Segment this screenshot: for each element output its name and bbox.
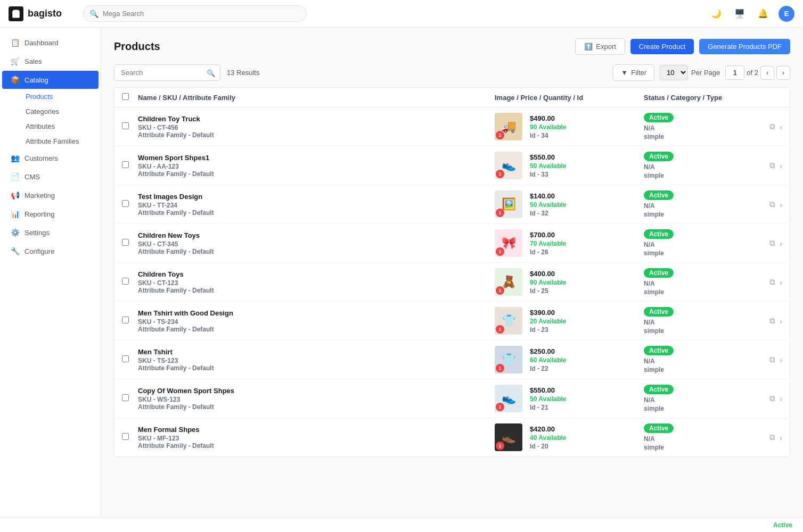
sidebar-item-sales[interactable]: 🛒 Sales: [2, 52, 99, 70]
product-price-8: $420.00 40 Available Id - 20: [530, 425, 566, 450]
row-checkbox-6[interactable]: [122, 355, 129, 362]
product-family-1: Attribute Family - Default: [138, 170, 495, 178]
status-cat-6: N/A: [644, 358, 750, 365]
sidebar-sub-item-products[interactable]: Products: [19, 89, 99, 104]
generate-pdf-button[interactable]: Generate Products PDF: [699, 39, 790, 54]
row-actions-2: ⧉ ›: [750, 200, 782, 209]
product-status-cell-3: Active N/A simple: [644, 229, 750, 257]
product-sku-1: SKU - AA-123: [138, 163, 495, 170]
copy-icon-2[interactable]: ⧉: [769, 200, 775, 209]
search-box: 🔍: [114, 64, 220, 81]
copy-icon-8[interactable]: ⧉: [769, 433, 775, 442]
select-all-col: [122, 93, 138, 102]
table-row: Test Images Design SKU - TT-234 Attribut…: [114, 185, 790, 224]
thumb-badge-1: 1: [496, 170, 504, 178]
sidebar-item-settings[interactable]: ⚙️ Settings: [2, 223, 99, 242]
copy-icon-5[interactable]: ⧉: [769, 316, 775, 326]
row-checkbox-0[interactable]: [122, 122, 129, 129]
bottom-bar: Active: [0, 517, 803, 532]
sidebar-sub-item-attribute-families[interactable]: Attribute Families: [19, 134, 99, 148]
chevron-right-icon-6[interactable]: ›: [780, 355, 782, 364]
sidebar-item-marketing[interactable]: 📢 Marketing: [2, 186, 99, 204]
chevron-right-icon-8[interactable]: ›: [780, 433, 782, 442]
thumb-badge-6: 1: [496, 364, 504, 372]
status-type-5: simple: [644, 327, 750, 335]
product-info-4: Children Toys SKU - CT-123 Attribute Fam…: [138, 270, 495, 294]
chevron-right-icon-5[interactable]: ›: [780, 317, 782, 326]
sidebar-item-customers[interactable]: 👥 Customers: [2, 149, 99, 167]
sidebar-sub-item-attributes[interactable]: Attributes: [19, 119, 99, 134]
sidebar-item-dashboard[interactable]: 📋 Dashboard: [2, 34, 99, 52]
status-badge-4: Active: [644, 268, 674, 278]
product-name-7: Copy Of Women Sport Shpes: [138, 387, 495, 395]
page-number-input[interactable]: [725, 65, 744, 80]
copy-icon-0[interactable]: ⧉: [769, 122, 775, 131]
chevron-right-icon-2[interactable]: ›: [780, 200, 782, 209]
select-all-checkbox[interactable]: [122, 93, 129, 100]
chevron-right-icon-3[interactable]: ›: [780, 239, 782, 248]
create-product-button[interactable]: Create Product: [630, 39, 694, 54]
chevron-right-icon-1[interactable]: ›: [780, 161, 782, 170]
next-page-button[interactable]: ›: [776, 66, 790, 80]
row-checkbox-5[interactable]: [122, 317, 129, 323]
product-rows: Children Toy Truck SKU - CT-456 Attribut…: [114, 107, 790, 456]
sidebar-item-catalog[interactable]: 📦 Catalog: [2, 71, 99, 89]
product-price-4: $400.00 90 Available Id - 25: [530, 270, 566, 295]
store-icon[interactable]: 🖥️: [732, 6, 748, 22]
row-checkbox-1[interactable]: [122, 161, 129, 168]
chevron-right-icon-4[interactable]: ›: [780, 278, 782, 287]
product-info-7: Copy Of Women Sport Shpes SKU - WS-123 A…: [138, 387, 495, 411]
product-thumb-8: 👞 1: [495, 423, 522, 451]
product-thumb-5: 👕 1: [495, 307, 522, 335]
product-image-cell-2: 🖼️ 1 $140.00 50 Available Id - 32: [495, 190, 644, 218]
product-info-3: Children New Toys SKU - CT-345 Attribute…: [138, 231, 495, 255]
status-badge-0: Active: [644, 113, 674, 122]
table-row: Men Formal Shpes SKU - MF-123 Attribute …: [114, 418, 790, 456]
row-checkbox-7[interactable]: [122, 394, 129, 401]
sidebar-item-reporting[interactable]: 📊 Reporting: [2, 205, 99, 223]
copy-icon-7[interactable]: ⧉: [769, 394, 775, 403]
copy-icon-3[interactable]: ⧉: [769, 238, 775, 248]
sidebar-item-configure[interactable]: 🔧 Configure: [2, 242, 99, 260]
copy-icon-6[interactable]: ⧉: [769, 355, 775, 364]
product-family-4: Attribute Family - Default: [138, 287, 495, 294]
results-count: 13 Results: [227, 69, 259, 77]
theme-toggle-icon[interactable]: 🌙: [708, 6, 724, 22]
notifications-icon[interactable]: 🔔: [755, 6, 771, 22]
row-checkbox-3[interactable]: [122, 239, 129, 246]
product-status-cell-1: Active N/A simple: [644, 152, 750, 179]
col-name-header: Name / SKU / Attribute Family: [138, 94, 495, 102]
sidebar-sub-item-categories[interactable]: Categories: [19, 104, 99, 119]
status-cat-4: N/A: [644, 280, 750, 287]
table-row: Children Toy Truck SKU - CT-456 Attribut…: [114, 107, 790, 146]
copy-icon-1[interactable]: ⧉: [769, 161, 775, 170]
search-input[interactable]: [114, 64, 220, 81]
status-cat-0: N/A: [644, 124, 750, 132]
status-cat-5: N/A: [644, 319, 750, 326]
prev-page-button[interactable]: ‹: [760, 66, 774, 80]
row-checkbox-2[interactable]: [122, 200, 129, 207]
export-button[interactable]: ⬆️ Export: [575, 38, 625, 55]
mega-search-input[interactable]: [83, 5, 307, 22]
chevron-right-icon-7[interactable]: ›: [780, 394, 782, 403]
copy-icon-4[interactable]: ⧉: [769, 277, 775, 287]
product-price-0: $490.00 90 Available Id - 34: [530, 114, 566, 139]
filter-button[interactable]: ▼ Filter: [613, 64, 654, 81]
product-sku-8: SKU - MF-123: [138, 435, 495, 442]
row-actions-1: ⧉ ›: [750, 161, 782, 170]
product-price-2: $140.00 50 Available Id - 32: [530, 192, 566, 217]
filter-bar: 🔍 13 Results ▼ Filter 10 25 50 Per Page: [114, 64, 790, 81]
row-checkbox-8[interactable]: [122, 433, 129, 440]
catalog-sub-menu: Products Categories Attributes Attribute…: [0, 89, 101, 148]
qty-value-2: 50 Available: [530, 201, 566, 209]
chevron-right-icon-0[interactable]: ›: [780, 122, 782, 131]
per-page-dropdown[interactable]: 10 25 50: [660, 65, 688, 80]
sidebar-item-cms[interactable]: 📄 CMS: [2, 168, 99, 186]
logo[interactable]: bagisto: [9, 6, 83, 21]
avatar[interactable]: E: [779, 6, 794, 22]
product-image-cell-0: 🚚 1 $490.00 90 Available Id - 34: [495, 113, 644, 140]
price-value-3: $700.00: [530, 231, 566, 239]
row-checkbox-4[interactable]: [122, 278, 129, 285]
status-badge-5: Active: [644, 307, 674, 317]
customers-icon: 👥: [11, 154, 19, 162]
